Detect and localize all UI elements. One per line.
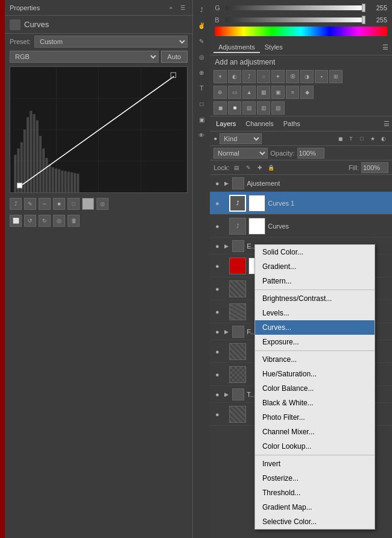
tool-eyedropper-white[interactable]: ■ [82,198,94,210]
layers-menu-icon[interactable]: ☰ [384,120,390,128]
menu-posterize[interactable]: Posterize... [255,471,375,486]
adj-exposure-icon[interactable]: ○ [257,70,270,83]
layer-curves1[interactable]: ● ⤴ Curves 1 [210,192,392,215]
layer-group-ajustement[interactable]: ● ▶ Ajustement [210,175,392,192]
filter-type-icon[interactable]: T [346,134,356,144]
channel-select[interactable]: RGB [10,51,159,63]
tool-pencil-icon[interactable]: ✎ [24,198,36,210]
eye-icon-ajustement[interactable]: ● [212,179,222,188]
eye-icon-texture1[interactable]: ● [212,284,222,294]
menu-photo-filter[interactable]: Photo Filter... [255,410,375,425]
sidetool-text[interactable]: T [194,81,209,95]
adjustments-menu-icon[interactable]: ☰ [382,43,388,51]
menu-gradient[interactable]: Gradient... [255,259,375,274]
menu-exposure[interactable]: Exposure... [255,335,375,349]
eye-icon-curves1[interactable]: ● [212,198,222,208]
adj-curves-icon[interactable]: ⤴ [242,70,256,83]
adj-bw-icon[interactable]: ◑ [300,70,314,83]
visibility-icon[interactable]: ◎ [53,215,65,227]
fill-input[interactable] [361,162,388,173]
sidetool-gradient[interactable]: ▣ [194,112,209,127]
tool-eyedropper-black[interactable]: ■ [53,198,65,210]
menu-brightness-contrast[interactable]: Brightness/Contrast... [255,291,375,306]
auto-button[interactable]: Auto [161,51,188,63]
b-slider-thumb[interactable] [362,16,365,24]
menu-solid-color[interactable]: Solid Color... [255,245,375,259]
lock-pixels-icon[interactable]: ✎ [244,163,253,172]
adj-levels-icon[interactable]: ≡ [286,86,299,99]
eye-icon-t[interactable]: ● [212,390,222,399]
sidetool-eye[interactable]: ◎ [194,49,209,64]
adj-hsl-icon[interactable]: ◐ [228,70,241,83]
filter-smart-icon[interactable]: ★ [368,134,378,144]
curves-graph[interactable] [10,66,188,193]
adj-table-icon[interactable]: ⊞ [329,70,343,83]
adj-posterize-icon[interactable]: ▭ [228,86,241,99]
menu-hue-saturation[interactable]: Hue/Saturation... [255,367,375,381]
eye-icon-red[interactable]: ● [212,261,222,271]
adj-photofilt-icon[interactable]: ▪ [315,70,328,83]
adj-selective-icon[interactable]: ▣ [271,86,285,99]
adj-channelmix-icon[interactable]: ▥ [257,101,270,115]
lock-all-icon[interactable]: 🔒 [267,163,276,172]
eye-icon-texture4[interactable]: ● [212,370,222,379]
sidetool-curves[interactable]: ⤴ [194,2,209,17]
menu-black-white[interactable]: Black & White... [255,396,375,410]
eye-icon-f[interactable]: ● [212,327,222,337]
menu-icon[interactable]: ☰ [178,3,188,13]
adj-gradient2-icon[interactable]: ◽ [228,101,241,115]
filter-shape-icon[interactable]: □ [357,134,367,144]
filter-pixel-icon[interactable]: ◼ [335,134,345,144]
menu-levels[interactable]: Levels... [255,306,375,320]
adj-solid-icon[interactable]: ◼ [213,101,227,115]
menu-color-balance[interactable]: Color Balance... [255,381,375,396]
layer-thumb-icon[interactable]: ⬜ [10,215,22,227]
tab-channels[interactable]: Channels [242,119,277,128]
opacity-input[interactable] [297,148,324,159]
adj-pattern-icon[interactable]: ◆ [300,86,314,99]
sidetool-alt1[interactable]: 👁 [194,128,209,142]
eye-icon-e[interactable]: ● [212,241,222,251]
menu-pattern[interactable]: Pattern... [255,274,375,288]
tool-curve-icon[interactable]: ⤴ [10,198,22,210]
eye-icon-texture2[interactable]: ● [212,307,222,317]
collapse-icon[interactable]: » [166,3,175,13]
filter-adj2-icon[interactable]: ◐ [379,134,388,144]
layer-curves[interactable]: ● ⤴ Curves [210,215,392,238]
tab-adjustments[interactable]: Adjustments [213,42,260,53]
reset-icon[interactable]: ↻ [39,215,51,227]
menu-curves[interactable]: Curves... [255,320,375,335]
eye-icon-texture3[interactable]: ● [212,347,222,356]
delete-icon[interactable]: 🗑 [68,215,80,227]
adj-vibrance-icon[interactable]: ✦ [271,70,285,83]
tool-smooth-icon[interactable]: ∼ [39,198,51,210]
tool-eyedropper-grey[interactable]: □ [68,198,80,210]
menu-gradient-map[interactable]: Gradient Map... [255,500,375,514]
b-slider-track[interactable] [226,17,365,22]
adj-gradmap-icon[interactable]: ▦ [257,86,270,99]
menu-vibrance[interactable]: Vibrance... [255,352,375,367]
g-slider-track[interactable] [226,5,365,10]
filter-select[interactable]: Kind [220,133,262,144]
menu-invert[interactable]: Invert [255,457,375,471]
adj-colorlookup-icon[interactable]: ▧ [271,101,285,115]
lock-position-icon[interactable]: ✚ [255,163,265,172]
tab-styles[interactable]: Styles [260,42,288,53]
menu-threshold[interactable]: Threshold... [255,486,375,500]
tab-layers[interactable]: Layers [212,119,239,128]
adj-colorbalance-icon[interactable]: ⦿ [286,70,299,83]
sidetool-shape[interactable]: □ [194,97,209,111]
lock-transparent-icon[interactable]: ▤ [232,163,242,172]
tool-target-icon[interactable]: ◎ [96,198,109,210]
tab-paths[interactable]: Paths [280,119,304,128]
preset-select[interactable]: Custom [34,36,188,48]
adj-pattern2-icon[interactable]: ▤ [242,101,256,115]
menu-color-lookup[interactable]: Color Lookup... [255,439,375,454]
eye-icon-curves[interactable]: ● [212,221,222,231]
menu-channel-mixer[interactable]: Channel Mixer... [255,425,375,439]
blend-select[interactable]: Normal [213,148,268,159]
history-back-icon[interactable]: ↺ [24,215,36,227]
menu-selective-color[interactable]: Selective Color... [255,514,375,529]
eye-icon-texture5[interactable]: ● [212,410,222,419]
adj-invert-icon[interactable]: ⊕ [213,86,227,99]
